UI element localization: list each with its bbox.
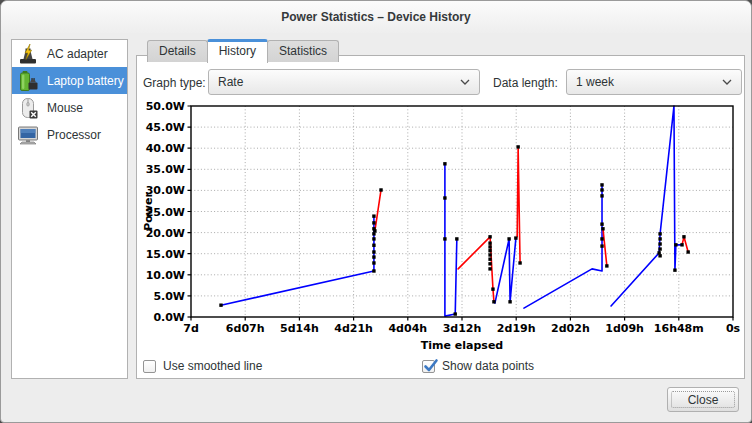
show-data-points-checkbox[interactable]: Show data points bbox=[422, 359, 534, 373]
tab-details[interactable]: Details bbox=[147, 40, 208, 62]
checkbox-box bbox=[143, 360, 156, 373]
svg-text:5d14h: 5d14h bbox=[280, 322, 319, 335]
notebook-tabs: Details History Statistics bbox=[147, 39, 338, 62]
titlebar: Power Statistics – Device History bbox=[1, 1, 751, 33]
window-title: Power Statistics – Device History bbox=[281, 10, 470, 24]
svg-text:0.0W: 0.0W bbox=[153, 311, 185, 324]
power-statistics-window: Power Statistics – Device History AC ada… bbox=[0, 0, 752, 423]
sidebar-item-laptop-battery[interactable]: Laptop battery bbox=[12, 67, 127, 94]
data-length-select[interactable]: 1 week bbox=[566, 69, 742, 95]
sidebar-item-ac-adapter[interactable]: AC adapter bbox=[12, 40, 127, 67]
svg-text:7d: 7d bbox=[183, 322, 199, 335]
sidebar-item-mouse[interactable]: Mouse bbox=[12, 94, 127, 121]
use-smoothed-line-checkbox[interactable]: Use smoothed line bbox=[143, 359, 262, 373]
chevron-down-icon bbox=[722, 79, 732, 85]
close-button[interactable]: Close bbox=[667, 387, 739, 412]
sidebar-item-label: Mouse bbox=[47, 101, 83, 115]
svg-text:6d07h: 6d07h bbox=[226, 322, 265, 335]
svg-text:0s: 0s bbox=[726, 322, 741, 335]
svg-text:4d04h: 4d04h bbox=[388, 322, 427, 335]
svg-text:45.0W: 45.0W bbox=[146, 121, 185, 134]
data-length-value: 1 week bbox=[576, 75, 614, 89]
chevron-down-icon bbox=[460, 79, 470, 85]
graph-type-select[interactable]: Rate bbox=[208, 69, 480, 95]
graph-type-label: Graph type: bbox=[143, 76, 206, 90]
tab-history[interactable]: History bbox=[207, 39, 268, 63]
checkbox-label: Use smoothed line bbox=[163, 359, 262, 373]
tab-statistics[interactable]: Statistics bbox=[267, 40, 339, 62]
checkbox-box bbox=[422, 360, 435, 373]
laptop-battery-icon bbox=[16, 69, 40, 93]
svg-text:5.0W: 5.0W bbox=[153, 290, 185, 303]
device-list: AC adapter Laptop battery Mouse bbox=[11, 39, 128, 379]
sidebar-item-label: Processor bbox=[47, 128, 101, 142]
svg-text:10.0W: 10.0W bbox=[146, 269, 185, 282]
svg-text:1d09h: 1d09h bbox=[605, 322, 644, 335]
svg-text:50.0W: 50.0W bbox=[146, 100, 185, 113]
svg-text:3d12h: 3d12h bbox=[443, 322, 482, 335]
checkmark-icon bbox=[423, 358, 439, 374]
svg-text:35.0W: 35.0W bbox=[146, 163, 185, 176]
ac-adapter-icon bbox=[16, 42, 40, 66]
svg-text:40.0W: 40.0W bbox=[146, 142, 185, 155]
sidebar-item-processor[interactable]: Processor bbox=[12, 121, 127, 148]
svg-text:Power: Power bbox=[142, 192, 155, 231]
graph-type-value: Rate bbox=[218, 75, 243, 89]
checkbox-label: Show data points bbox=[442, 359, 534, 373]
device-history-chart: 7d6d07h5d14h4d21h4d04h3d12h2d19h2d02h1d0… bbox=[141, 99, 745, 351]
history-tab-page: Graph type: Rate Data length: 1 week 7d6… bbox=[136, 55, 745, 379]
svg-text:2d02h: 2d02h bbox=[551, 322, 590, 335]
data-length-label: Data length: bbox=[493, 76, 558, 90]
svg-text:Time elapsed: Time elapsed bbox=[421, 339, 503, 351]
processor-icon bbox=[16, 123, 40, 147]
svg-text:4d21h: 4d21h bbox=[334, 322, 373, 335]
svg-text:2d19h: 2d19h bbox=[497, 322, 536, 335]
sidebar-item-label: AC adapter bbox=[47, 47, 108, 61]
sidebar-item-label: Laptop battery bbox=[47, 74, 124, 88]
mouse-icon bbox=[16, 96, 40, 120]
svg-text:16h48m: 16h48m bbox=[654, 322, 704, 335]
svg-text:15.0W: 15.0W bbox=[146, 248, 185, 261]
